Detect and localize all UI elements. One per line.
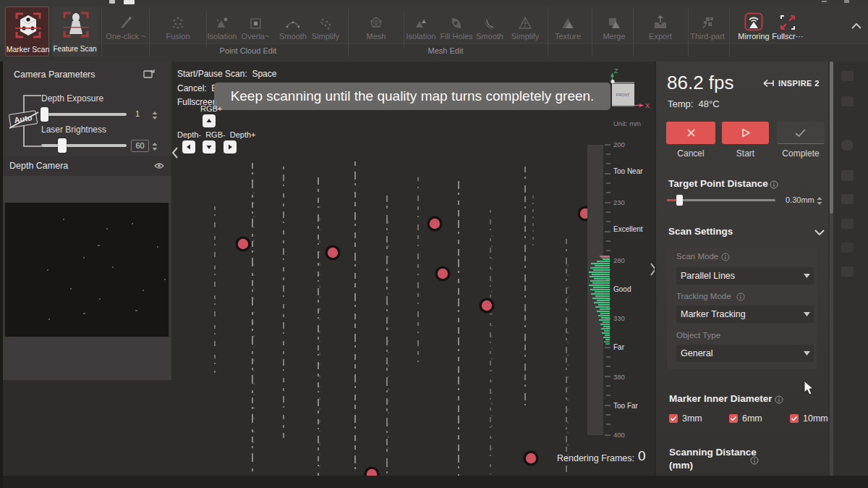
svg-text:Z: Z: [614, 67, 618, 75]
svg-text:X: X: [645, 101, 650, 109]
svg-text:FRONT: FRONT: [616, 93, 631, 97]
